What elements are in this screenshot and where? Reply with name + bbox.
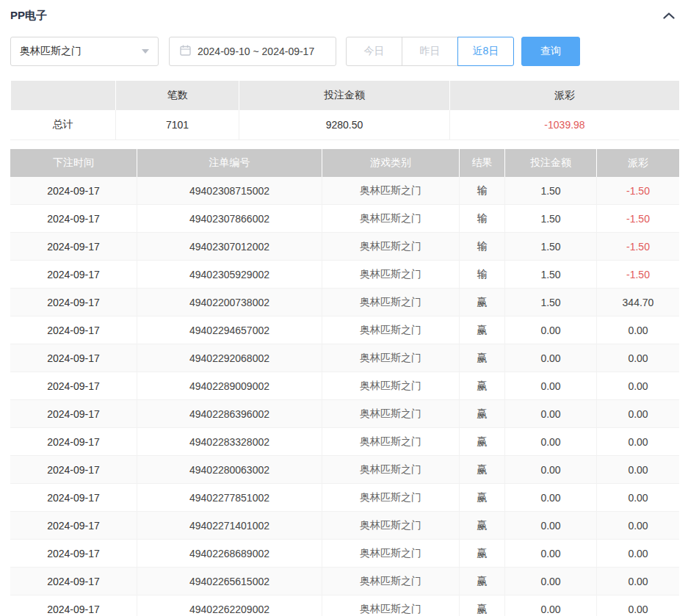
calendar-icon — [180, 45, 191, 58]
cell-bet-time: 2024-09-17 — [10, 372, 137, 399]
cell-payout: -1.50 — [596, 177, 679, 204]
records-table: 下注时间 注单编号 游戏类别 结果 投注金额 派彩 2024-09-174940… — [10, 149, 679, 616]
cell-order-no: 49402286396002 — [137, 400, 322, 427]
cell-order-no: 49402305929002 — [137, 261, 322, 288]
table-body: 2024-09-1749402308715002奥林匹斯之门输1.50-1.50… — [10, 177, 679, 616]
table-row: 2024-09-1749402305929002奥林匹斯之门输1.50-1.50 — [10, 261, 679, 289]
query-button[interactable]: 查询 — [521, 37, 580, 66]
cell-payout: 0.00 — [596, 540, 679, 567]
cell-result: 赢 — [459, 540, 504, 567]
table-row: 2024-09-1749402294657002奥林匹斯之门赢0.000.00 — [10, 316, 679, 344]
cell-bet-amount: 0.00 — [504, 568, 596, 595]
cell-order-no: 49402283328002 — [137, 428, 322, 455]
cell-game-type: 奥林匹斯之门 — [322, 428, 459, 455]
cell-order-no: 49402271401002 — [137, 512, 322, 539]
cell-order-no: 49402262209002 — [137, 595, 322, 616]
cell-payout: -1.50 — [596, 205, 679, 232]
cell-payout: 344.70 — [596, 289, 679, 316]
cell-result: 赢 — [459, 289, 504, 316]
cell-payout: 0.00 — [596, 372, 679, 399]
header-bet-time: 下注时间 — [10, 149, 137, 177]
cell-payout: -1.50 — [596, 233, 679, 260]
cell-order-no: 49402294657002 — [137, 316, 322, 344]
cell-order-no: 49402307866002 — [137, 205, 322, 232]
cell-result: 输 — [459, 261, 504, 288]
cell-payout: 0.00 — [596, 428, 679, 455]
cell-result: 赢 — [459, 456, 504, 483]
collapse-button[interactable] — [659, 6, 679, 25]
table-row: 2024-09-1749402265615002奥林匹斯之门赢0.000.00 — [10, 568, 679, 595]
table-row: 2024-09-1749402307012002奥林匹斯之门输1.50-1.50 — [10, 233, 679, 261]
cell-result: 赢 — [459, 316, 504, 344]
yesterday-button[interactable]: 昨日 — [402, 37, 458, 66]
cell-bet-amount: 0.00 — [504, 484, 596, 511]
cell-bet-amount: 1.50 — [504, 205, 596, 232]
header-order-no: 注单编号 — [137, 149, 322, 177]
cell-bet-time: 2024-09-17 — [10, 568, 137, 595]
cell-bet-time: 2024-09-17 — [10, 316, 137, 344]
cell-bet-time: 2024-09-17 — [10, 484, 137, 511]
cell-game-type: 奥林匹斯之门 — [322, 484, 459, 511]
cell-game-type: 奥林匹斯之门 — [322, 316, 459, 344]
cell-order-no: 49402289009002 — [137, 372, 322, 399]
cell-result: 赢 — [459, 428, 504, 455]
cell-game-type: 奥林匹斯之门 — [322, 344, 459, 372]
table-row: 2024-09-1749402307866002奥林匹斯之门输1.50-1.50 — [10, 205, 679, 233]
table-row: 2024-09-1749402271401002奥林匹斯之门赢0.000.00 — [10, 512, 679, 540]
table-header-row: 下注时间 注单编号 游戏类别 结果 投注金额 派彩 — [10, 149, 679, 177]
cell-game-type: 奥林匹斯之门 — [322, 261, 459, 288]
table-row: 2024-09-1749402308715002奥林匹斯之门输1.50-1.50 — [10, 177, 679, 205]
game-select[interactable]: 奥林匹斯之门 — [10, 37, 159, 66]
table-row: 2024-09-1749402283328002奥林匹斯之门赢0.000.00 — [10, 428, 679, 456]
header-bet-amount: 投注金额 — [504, 149, 596, 177]
cell-order-no: 49402268689002 — [137, 540, 322, 567]
panel-header: PP电子 — [10, 6, 679, 25]
cell-bet-amount: 0.00 — [504, 428, 596, 455]
cell-bet-amount: 0.00 — [504, 344, 596, 372]
cell-bet-time: 2024-09-17 — [10, 177, 137, 204]
cell-bet-time: 2024-09-17 — [10, 289, 137, 316]
cell-bet-time: 2024-09-17 — [10, 512, 137, 539]
today-button[interactable]: 今日 — [346, 37, 402, 66]
date-range-picker[interactable]: 2024-09-10 ~ 2024-09-17 — [169, 37, 336, 66]
summary-total-payout: -1039.98 — [449, 110, 679, 139]
summary-header-bet-amount: 投注金额 — [239, 81, 449, 110]
summary-header-count: 笔数 — [115, 81, 239, 110]
table-row: 2024-09-1749402268689002奥林匹斯之门赢0.000.00 — [10, 540, 679, 568]
table-row: 2024-09-1749402280063002奥林匹斯之门赢0.000.00 — [10, 456, 679, 484]
cell-result: 赢 — [459, 595, 504, 616]
date-range-value: 2024-09-10 ~ 2024-09-17 — [198, 46, 314, 57]
cell-result: 输 — [459, 205, 504, 232]
cell-payout: 0.00 — [596, 316, 679, 344]
cell-payout: -1.50 — [596, 261, 679, 288]
cell-game-type: 奥林匹斯之门 — [322, 289, 459, 316]
cell-game-type: 奥林匹斯之门 — [322, 595, 459, 616]
table-row: 2024-09-1749402262209002奥林匹斯之门赢0.000.00 — [10, 595, 679, 616]
cell-order-no: 49402292068002 — [137, 344, 322, 372]
cell-game-type: 奥林匹斯之门 — [322, 372, 459, 399]
table-row: 2024-09-1749402277851002奥林匹斯之门赢0.000.00 — [10, 484, 679, 512]
cell-payout: 0.00 — [596, 456, 679, 483]
table-row: 2024-09-1749402200738002奥林匹斯之门赢1.50344.7… — [10, 289, 679, 316]
summary-total-count: 7101 — [115, 110, 239, 139]
cell-game-type: 奥林匹斯之门 — [322, 177, 459, 204]
cell-bet-amount: 0.00 — [504, 540, 596, 567]
cell-game-type: 奥林匹斯之门 — [322, 512, 459, 539]
cell-bet-time: 2024-09-17 — [10, 344, 137, 372]
cell-result: 赢 — [459, 372, 504, 399]
summary-total-bet-amount: 9280.50 — [239, 110, 449, 139]
cell-bet-time: 2024-09-17 — [10, 233, 137, 260]
cell-bet-amount: 1.50 — [504, 177, 596, 204]
cell-order-no: 49402280063002 — [137, 456, 322, 483]
cell-bet-amount: 0.00 — [504, 456, 596, 483]
cell-result: 赢 — [459, 568, 504, 595]
header-game-type: 游戏类别 — [322, 149, 459, 177]
cell-bet-time: 2024-09-17 — [10, 400, 137, 427]
filter-bar: 奥林匹斯之门 2024-09-10 ~ 2024-09-17 今日 昨日 近8日… — [10, 37, 679, 66]
last-8-days-button[interactable]: 近8日 — [457, 37, 514, 66]
cell-bet-time: 2024-09-17 — [10, 595, 137, 616]
cell-bet-amount: 1.50 — [504, 261, 596, 288]
cell-order-no: 49402308715002 — [137, 177, 322, 204]
cell-result: 赢 — [459, 400, 504, 427]
cell-order-no: 49402307012002 — [137, 233, 322, 260]
